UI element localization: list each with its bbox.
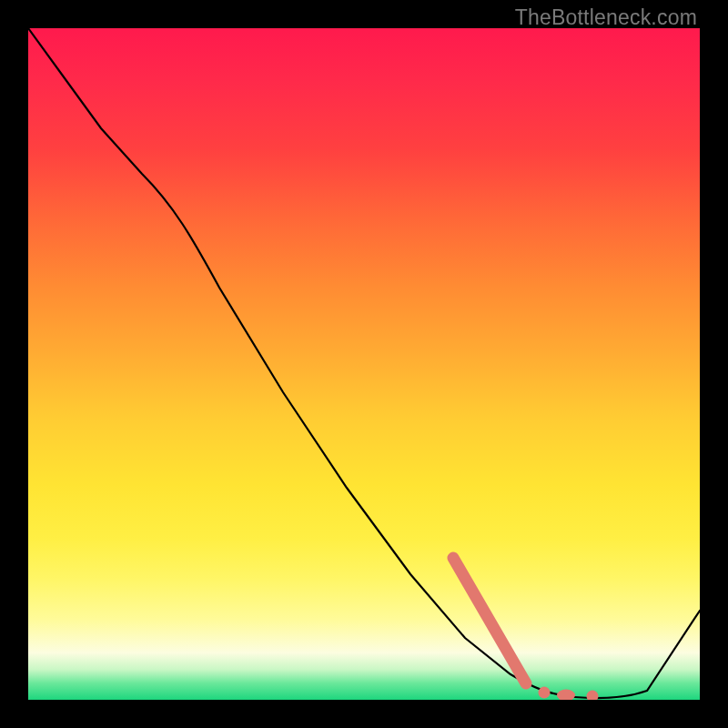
bottleneck-curve <box>28 28 700 698</box>
plot-area <box>28 28 700 700</box>
chart-svg <box>28 28 700 700</box>
highlight-dot <box>587 691 599 701</box>
highlight-segment <box>453 558 526 683</box>
highlight-dot <box>539 687 551 699</box>
watermark-text: TheBottleneck.com <box>515 5 697 30</box>
chart-frame: TheBottleneck.com <box>0 0 728 728</box>
highlight-dot <box>557 690 575 701</box>
